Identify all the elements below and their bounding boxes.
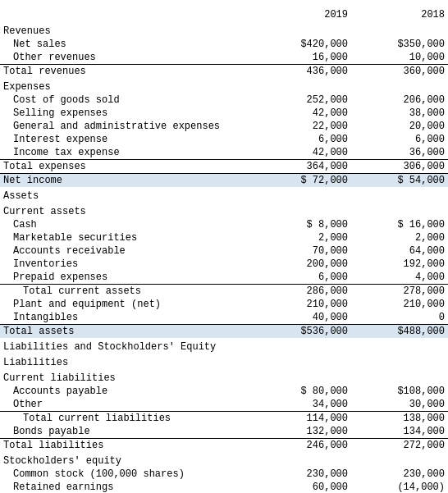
value-2019: 246,000 [254,439,351,453]
value-2018: 20,000 [351,120,448,133]
table-row: Retained earnings60,000(14,000) [0,481,448,493]
value-2018 [351,203,448,218]
row-label: Income tax expense [0,146,254,160]
value-2018 [351,187,448,203]
value-2019: 60,000 [254,481,351,493]
row-label: Total revenues [0,65,254,79]
value-2019: 132,000 [254,425,351,439]
table-row: Inventories200,000192,000 [0,258,448,271]
value-2019: 364,000 [254,160,351,174]
row-label: Other revenues [0,51,254,65]
row-label: Plant and equipment (net) [0,298,254,311]
value-2019: $ 72,000 [254,174,351,188]
table-row: Intangibles40,0000 [0,311,448,325]
value-2018: $350,000 [351,38,448,51]
value-2019 [254,369,351,385]
value-2019: 436,000 [254,65,351,79]
value-2018: 206,000 [351,94,448,107]
value-2019: 2,000 [254,231,351,244]
value-2019: 34,000 [254,398,351,412]
table-row: General and administrative expenses22,00… [0,120,448,133]
table-row: Total liabilities246,000272,000 [0,439,448,453]
value-2018 [351,338,448,354]
value-2018: 0 [351,311,448,325]
row-label: Total expenses [0,160,254,174]
row-label: Total liabilities [0,439,254,453]
row-label: Cost of goods sold [0,94,254,107]
value-2019: 42,000 [254,107,351,120]
value-2019 [254,452,351,468]
financial-statement: 2019 2018 RevenuesNet sales$420,000$350,… [0,8,448,493]
value-2018: 30,000 [351,398,448,412]
value-2019 [254,203,351,218]
value-2018 [351,369,448,385]
value-2018: 138,000 [351,412,448,426]
table-row: Liabilities [0,354,448,369]
value-2018: 278,000 [351,285,448,299]
table-row: Liabilities and Stockholders' Equity [0,338,448,354]
table-row: Income tax expense42,00036,000 [0,146,448,160]
table-row: Other revenues16,00010,000 [0,51,448,65]
row-label: Current assets [0,203,254,218]
row-label: Total assets [0,325,254,339]
row-label: Revenues [0,22,254,38]
value-2018: $108,000 [351,385,448,398]
value-2018: $488,000 [351,325,448,339]
row-label: Inventories [0,258,254,271]
row-label: Total current liabilities [0,412,254,426]
value-2019: $ 8,000 [254,218,351,231]
row-label: Assets [0,187,254,203]
value-2019 [254,22,351,38]
row-label: Liabilities and Stockholders' Equity [0,338,254,354]
table-row: Bonds payable132,000134,000 [0,425,448,439]
table-row: Total current liabilities114,000138,000 [0,412,448,426]
value-2018 [351,78,448,94]
table-row: Accounts payable$ 80,000$108,000 [0,385,448,398]
value-2018: 306,000 [351,160,448,174]
value-2018 [351,354,448,369]
value-2019: 70,000 [254,244,351,258]
table-row: Interest expense6,0006,000 [0,133,448,146]
row-label: Net sales [0,38,254,51]
row-label: Selling expenses [0,107,254,120]
value-2019: 200,000 [254,258,351,271]
table-row: Net income$ 72,000$ 54,000 [0,174,448,188]
row-label: Stockholders' equity [0,452,254,468]
value-2018: $ 54,000 [351,174,448,188]
value-2019: 22,000 [254,120,351,133]
row-label: Liabilities [0,354,254,369]
table-row: Prepaid expenses6,0004,000 [0,271,448,285]
table-row: Plant and equipment (net)210,000210,000 [0,298,448,311]
table-row: Revenues [0,22,448,38]
row-label: Total current assets [0,285,254,299]
value-2019: 6,000 [254,271,351,285]
value-2019 [254,78,351,94]
row-label: Accounts payable [0,385,254,398]
value-2018: 64,000 [351,244,448,258]
row-label: Retained earnings [0,481,254,493]
table-row: Current liabilities [0,369,448,385]
table-row: Net sales$420,000$350,000 [0,38,448,51]
value-2018: 36,000 [351,146,448,160]
table-row: Expenses [0,78,448,94]
row-label: Current liabilities [0,369,254,385]
row-label: General and administrative expenses [0,120,254,133]
row-label: Other [0,398,254,412]
value-2018: 10,000 [351,51,448,65]
value-2018: 134,000 [351,425,448,439]
row-label: Prepaid expenses [0,271,254,285]
value-2018: 272,000 [351,439,448,453]
table-row: Marketable securities2,0002,000 [0,231,448,244]
table-row: Other34,00030,000 [0,398,448,412]
value-2019 [254,187,351,203]
value-2019: 230,000 [254,468,351,481]
table-row: Cost of goods sold252,000206,000 [0,94,448,107]
value-2018: 230,000 [351,468,448,481]
table-row: Accounts receivable70,00064,000 [0,244,448,258]
value-2018: $ 16,000 [351,218,448,231]
header-2018: 2018 [351,8,448,22]
value-2019: 6,000 [254,133,351,146]
value-2018 [351,22,448,38]
table-row: Total assets$536,000$488,000 [0,325,448,339]
table-row: Cash$ 8,000$ 16,000 [0,218,448,231]
